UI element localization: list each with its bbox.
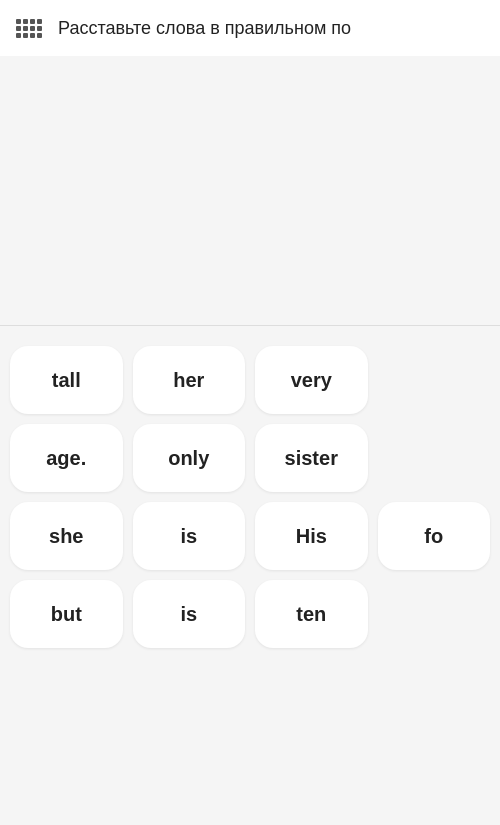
grid-dot [30, 19, 35, 24]
word-chip-she[interactable]: she [10, 502, 123, 570]
grid-dot [23, 19, 28, 24]
grid-dot [16, 26, 21, 31]
grid-dot [16, 19, 21, 24]
words-grid: tall her very age. only sister she is Hi… [10, 346, 490, 648]
word-chip-sister[interactable]: sister [255, 424, 368, 492]
word-chip-very[interactable]: very [255, 346, 368, 414]
word-chip-is-2[interactable]: is [133, 580, 246, 648]
word-chip-but[interactable]: but [10, 580, 123, 648]
grid-dot [37, 33, 42, 38]
sentence-drop-area[interactable] [0, 56, 500, 326]
grid-dot [23, 26, 28, 31]
word-chip-her[interactable]: her [133, 346, 246, 414]
word-chip-is-1[interactable]: is [133, 502, 246, 570]
grid-dot [16, 33, 21, 38]
grid-dot [30, 33, 35, 38]
grid-menu-icon[interactable] [16, 19, 42, 38]
grid-dot [37, 19, 42, 24]
grid-dot [23, 33, 28, 38]
header: Расставьте слова в правильном по [0, 0, 500, 56]
word-chip-fo[interactable]: fo [378, 502, 491, 570]
word-chip-his[interactable]: His [255, 502, 368, 570]
page-title: Расставьте слова в правильном по [58, 18, 351, 39]
grid-dot [37, 26, 42, 31]
word-chip-age[interactable]: age. [10, 424, 123, 492]
word-chip-ten[interactable]: ten [255, 580, 368, 648]
grid-dot [30, 26, 35, 31]
word-chip-only[interactable]: only [133, 424, 246, 492]
word-chip-tall[interactable]: tall [10, 346, 123, 414]
app-container: Расставьте слова в правильном по tall he… [0, 0, 500, 668]
words-area: tall her very age. only sister she is Hi… [0, 326, 500, 668]
